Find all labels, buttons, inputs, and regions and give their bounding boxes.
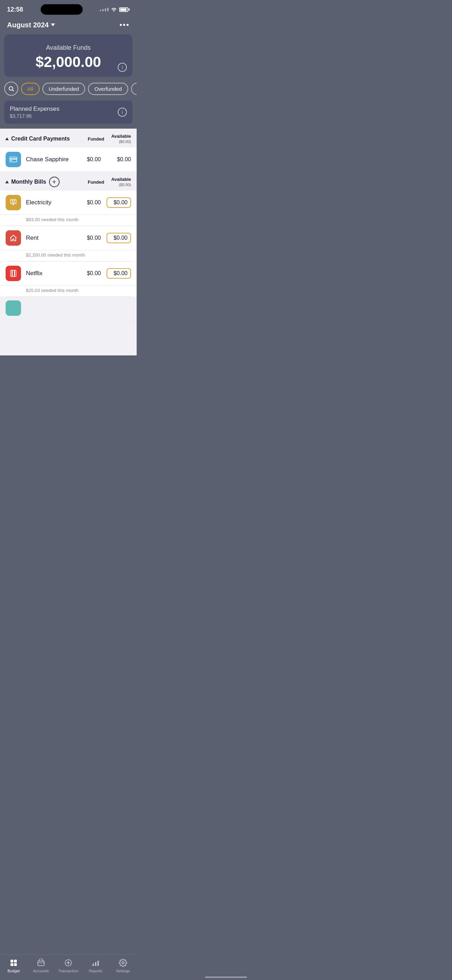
funds-amount: $2,000.00 [11, 54, 126, 70]
funds-label: Available Funds [11, 44, 126, 51]
planned-info-button[interactable]: i [118, 108, 127, 117]
svg-rect-8 [11, 202, 15, 203]
rent-need-text: $2,200.00 needed this month [0, 250, 137, 261]
electricity-need-text: $83.00 needed this month [0, 215, 137, 226]
svg-rect-11 [11, 270, 16, 277]
group-chevron-icon [5, 137, 9, 140]
svg-rect-6 [11, 200, 13, 201]
filter-overfunded-button[interactable]: Overfunded [88, 83, 128, 95]
filter-all-button[interactable]: All [21, 83, 40, 95]
electricity-icon [6, 195, 21, 210]
header: August 2024 ••• [0, 18, 137, 34]
chase-sapphire-name: Chase Sapphire [26, 156, 73, 163]
chevron-down-icon [51, 24, 55, 26]
electricity-available: $0.00 [107, 197, 131, 208]
group-name-credit-card: Credit Card Payments [11, 136, 70, 142]
svg-rect-13 [14, 270, 15, 277]
status-bar: 12:58 [0, 0, 137, 18]
notch [41, 4, 83, 15]
status-icons [100, 7, 130, 13]
partial-item-icon [6, 301, 21, 316]
svg-rect-3 [10, 158, 17, 159]
budget-item-chase-sapphire[interactable]: Chase Sapphire $0.00 $0.00 [0, 148, 137, 172]
budget-item-partial[interactable] [0, 297, 137, 320]
planned-title: Planned Expenses [10, 105, 60, 113]
rent-name: Rent [26, 234, 73, 242]
chase-sapphire-available: $0.00 [107, 156, 131, 162]
svg-rect-12 [11, 270, 13, 277]
svg-rect-9 [12, 204, 14, 204]
budget-item-electricity-wrapper: Electricity $0.00 $0.00 $83.00 needed th… [0, 191, 137, 226]
search-button[interactable] [4, 82, 18, 96]
funded-col-label: Funded [88, 136, 104, 142]
filter-money-available-button[interactable]: Money Avai… [131, 83, 137, 95]
electricity-name: Electricity [26, 199, 73, 206]
group-chevron-monthly-icon [5, 180, 9, 183]
electricity-funded: $0.00 [73, 199, 101, 206]
netflix-icon [6, 266, 21, 281]
rent-available: $0.00 [107, 233, 131, 243]
netflix-available: $0.00 [107, 268, 131, 278]
group-credit-card-payments: Credit Card Payments Funded Available($0… [0, 129, 137, 148]
budget-item-netflix-wrapper: Netflix $0.00 $0.00 $25.03 needed this m… [0, 261, 137, 297]
filter-underfunded-button[interactable]: Underfunded [42, 83, 86, 95]
budget-item-electricity[interactable]: Electricity $0.00 $0.00 [0, 191, 137, 215]
planned-expenses-bar[interactable]: Planned Expenses $3,717.96 i [4, 100, 132, 124]
svg-rect-10 [13, 204, 14, 205]
more-menu-button[interactable]: ••• [119, 20, 130, 29]
available-col-label-2: Available($0.00) [111, 177, 131, 187]
available-col-label: Available($0.00) [111, 134, 131, 144]
funded-col-label-2: Funded [88, 180, 104, 185]
search-icon [8, 86, 14, 92]
svg-rect-7 [14, 200, 15, 201]
add-category-button[interactable]: + [49, 177, 60, 187]
group-name-monthly-bills: Monthly Bills [11, 179, 46, 185]
rent-icon [6, 230, 21, 246]
chase-sapphire-funded: $0.00 [73, 156, 101, 162]
wifi-icon [111, 7, 117, 13]
month-label: August 2024 [7, 21, 49, 29]
netflix-need-text: $25.03 needed this month [0, 286, 137, 296]
budget-item-rent[interactable]: Rent $0.00 $0.00 [0, 226, 137, 250]
netflix-funded: $0.00 [73, 270, 101, 277]
budget-item-netflix[interactable]: Netflix $0.00 $0.00 [0, 261, 137, 286]
battery-icon [119, 7, 130, 12]
planned-amount: $3,717.96 [10, 113, 60, 119]
chase-sapphire-icon [6, 152, 21, 167]
svg-point-0 [9, 87, 13, 91]
funds-info-button[interactable]: i [118, 63, 127, 72]
funds-card: Available Funds $2,000.00 i [4, 34, 132, 77]
svg-rect-4 [11, 160, 12, 161]
budget-item-rent-wrapper: Rent $0.00 $0.00 $2,200.00 needed this m… [0, 226, 137, 261]
svg-rect-5 [11, 199, 16, 204]
budget-content: Credit Card Payments Funded Available($0… [0, 129, 137, 355]
month-selector[interactable]: August 2024 [7, 21, 55, 29]
status-time: 12:58 [7, 6, 23, 13]
rent-funded: $0.00 [73, 235, 101, 241]
filter-bar: All Underfunded Overfunded Money Avai… [0, 82, 137, 100]
signal-icon [100, 8, 108, 11]
svg-line-1 [12, 90, 14, 91]
group-monthly-bills: Monthly Bills + Funded Available($0.00) [0, 172, 137, 191]
netflix-name: Netflix [26, 270, 73, 277]
